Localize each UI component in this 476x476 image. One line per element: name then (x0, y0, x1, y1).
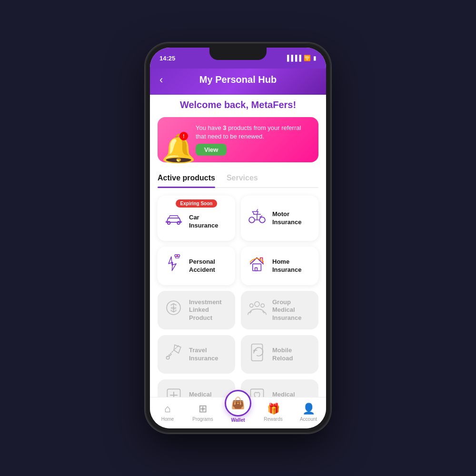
investment-icon: RM (163, 298, 184, 323)
product-tabs: Active products Services (158, 172, 318, 188)
nav-home[interactable]: ⌂ Home (150, 403, 185, 422)
nav-programs-label: Programs (192, 416, 213, 422)
svg-rect-10 (255, 268, 258, 271)
tab-active-products[interactable]: Active products (158, 172, 215, 187)
svg-point-4 (249, 218, 255, 223)
svg-point-1 (177, 222, 180, 225)
motor-insurance-label: MotorInsurance (272, 210, 301, 227)
products-grid: Expiring Soon CarInsurance (158, 196, 318, 397)
status-bar: 14:25 ▐▐▐▐ 🛜 ▮ (150, 48, 326, 69)
investment-label: InvestmentLinked Product (189, 298, 229, 323)
product-medical-takaful[interactable]: MedicalTakaful (241, 379, 318, 397)
notification-content: You have 3 products from your referral t… (196, 124, 311, 156)
product-travel[interactable]: TravelInsurance (158, 335, 235, 374)
nav-wallet[interactable]: 👜 Wallet (220, 401, 256, 423)
back-button[interactable]: ‹ (159, 74, 163, 86)
nav-wallet-label: Wallet (231, 417, 245, 423)
car-insurance-label: CarInsurance (189, 214, 218, 230)
nav-rewards[interactable]: 🎁 Rewards (256, 403, 291, 422)
group-medical-label: Group MedicalInsurance (272, 298, 313, 323)
svg-rect-9 (253, 264, 261, 271)
notification-banner: 🔔 ! You have 3 products from your referr… (158, 117, 318, 162)
svg-point-14 (250, 304, 253, 307)
bell-icon: 🔔 (161, 135, 196, 162)
welcome-message: Welcome back, MetaFers! (158, 99, 318, 110)
svg-text:RM: RM (171, 306, 176, 310)
medical-takaful-icon (247, 386, 268, 397)
header: ‹ My Personal Hub (150, 69, 326, 95)
home-insurance-icon (247, 253, 268, 278)
signal-icon: ▐▐▐▐ (285, 55, 301, 61)
view-button[interactable]: View (196, 144, 227, 156)
svg-point-5 (259, 218, 265, 223)
product-group-medical[interactable]: Group MedicalInsurance (241, 291, 318, 329)
product-medical-insurance[interactable]: MedicalInsurance (158, 379, 235, 397)
travel-label: TravelInsurance (189, 347, 218, 363)
status-time: 14:25 (159, 55, 175, 62)
wallet-nav-icon: 👜 (231, 397, 245, 410)
notification-text: You have 3 products from your referral t… (196, 124, 311, 141)
medical-takaful-label: MedicalTakaful (272, 391, 295, 397)
product-car-insurance[interactable]: Expiring Soon CarInsurance (158, 196, 235, 241)
product-investment[interactable]: RM InvestmentLinked Product (158, 291, 235, 329)
mobile-reload-icon (247, 342, 268, 367)
svg-rect-7 (176, 257, 179, 258)
page-title: My Personal Hub (199, 74, 277, 85)
group-medical-icon (247, 298, 268, 323)
personal-accident-label: PersonalAccident (189, 258, 215, 274)
notch (209, 48, 267, 60)
main-content: Welcome back, MetaFers! 🔔 ! You have 3 p… (150, 90, 326, 397)
home-nav-icon: ⌂ (164, 403, 170, 415)
rewards-nav-icon: 🎁 (267, 403, 280, 415)
product-motor-insurance[interactable]: MotorInsurance (241, 196, 318, 241)
medical-insurance-icon (163, 386, 184, 397)
home-insurance-label: HomeInsurance (272, 258, 301, 274)
phone-screen: 14:25 ▐▐▐▐ 🛜 ▮ ‹ My Personal Hub Welcome… (150, 48, 326, 428)
nav-account[interactable]: 👤 Account (291, 403, 326, 422)
account-nav-icon: 👤 (302, 403, 315, 415)
wifi-icon: 🛜 (304, 55, 311, 61)
status-icons: ▐▐▐▐ 🛜 ▮ (285, 55, 317, 61)
expiring-badge: Expiring Soon (176, 199, 218, 208)
tab-services[interactable]: Services (227, 172, 258, 187)
product-personal-accident[interactable]: PersonalAccident (158, 247, 235, 285)
programs-nav-icon: ⊞ (198, 403, 207, 415)
phone-frame: 14:25 ▐▐▐▐ 🛜 ▮ ‹ My Personal Hub Welcome… (145, 43, 331, 433)
car-icon (163, 209, 184, 234)
svg-rect-3 (180, 221, 182, 222)
svg-rect-2 (165, 221, 167, 222)
personal-accident-icon (163, 253, 184, 278)
battery-icon: ▮ (313, 55, 317, 61)
product-home-insurance[interactable]: HomeInsurance (241, 247, 318, 285)
nav-home-label: Home (161, 416, 174, 422)
svg-rect-17 (251, 344, 262, 361)
mobile-reload-label: Mobile Reload (272, 347, 313, 363)
travel-icon (163, 342, 184, 367)
svg-point-13 (255, 302, 259, 307)
nav-rewards-label: Rewards (264, 416, 282, 422)
nav-programs[interactable]: ⊞ Programs (185, 403, 220, 422)
medical-insurance-label: MedicalInsurance (189, 391, 218, 397)
product-mobile-reload[interactable]: Mobile Reload (241, 335, 318, 374)
svg-point-15 (261, 304, 264, 307)
motor-icon (247, 206, 268, 231)
nav-account-label: Account (300, 416, 317, 422)
wallet-circle: 👜 (225, 390, 251, 416)
svg-point-8 (177, 255, 178, 257)
bottom-navigation: ⌂ Home ⊞ Programs 👜 Wallet 🎁 Rewards 👤 A… (150, 397, 326, 428)
svg-point-0 (168, 222, 170, 225)
